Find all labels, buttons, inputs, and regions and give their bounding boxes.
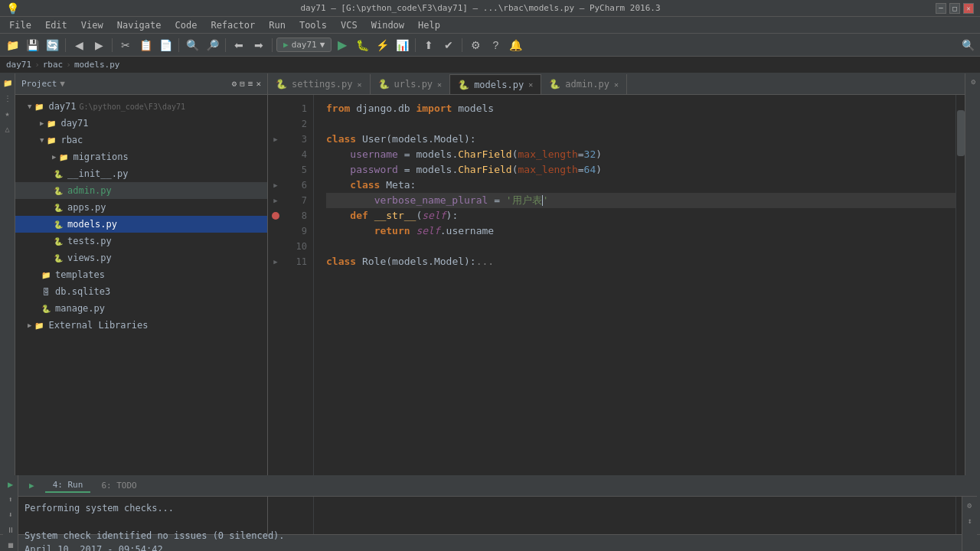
tree-models-py[interactable]: 🐍 models.py bbox=[15, 216, 267, 233]
vcs-update-btn[interactable]: ⬆ bbox=[420, 36, 438, 54]
update-btn[interactable]: 🔔 bbox=[506, 36, 524, 54]
menu-run[interactable]: Run bbox=[263, 18, 292, 32]
menu-file[interactable]: File bbox=[3, 18, 38, 32]
menu-window[interactable]: Window bbox=[365, 18, 410, 32]
project-settings-icon[interactable]: ≡ bbox=[248, 79, 253, 89]
code-line-10 bbox=[326, 239, 956, 254]
tree-tests-py[interactable]: 🐍 tests.py bbox=[15, 233, 267, 249]
back-btn[interactable]: ◀ bbox=[70, 36, 88, 54]
breadcrumb-root[interactable]: day71 bbox=[6, 60, 31, 70]
project-collapse-icon[interactable]: ⊟ bbox=[240, 79, 245, 89]
vcs-commit-btn[interactable]: ✔ bbox=[439, 36, 458, 54]
tree-day71-subfolder[interactable]: ▶ 📁 day71 bbox=[15, 115, 267, 132]
maximize-button[interactable]: □ bbox=[949, 3, 960, 14]
tree-db-sqlite3[interactable]: 🗄 db.sqlite3 bbox=[15, 283, 267, 300]
changes-icon[interactable]: △ bbox=[2, 122, 14, 135]
window-controls[interactable]: ─ □ ✕ bbox=[936, 3, 974, 14]
tab-admin[interactable]: 🐍 admin.py ✕ bbox=[541, 74, 627, 94]
close-button[interactable]: ✕ bbox=[963, 3, 974, 14]
prev-btn[interactable]: ⬅ bbox=[230, 36, 248, 54]
settings-btn[interactable]: ⚙ bbox=[466, 36, 485, 54]
tree-label-views: views.py bbox=[67, 253, 112, 263]
debug-btn[interactable]: 🐛 bbox=[353, 36, 371, 54]
breadcrumb-rbac[interactable]: rbac bbox=[43, 60, 64, 70]
search-btn[interactable]: 🔍 bbox=[183, 36, 201, 54]
menu-vcs[interactable]: VCS bbox=[335, 18, 364, 32]
models-tab-close[interactable]: ✕ bbox=[528, 80, 533, 89]
menu-navigate[interactable]: Navigate bbox=[111, 18, 168, 32]
fold-6[interactable]: ▶ bbox=[273, 181, 277, 189]
br-icon-2[interactable]: ↕ bbox=[964, 515, 976, 527]
br-icon-1[interactable]: ⚙ bbox=[964, 500, 976, 512]
tree-apps-py[interactable]: 🐍 apps.py bbox=[15, 199, 267, 216]
urls-tab-close[interactable]: ✕ bbox=[437, 80, 442, 89]
bottom-left-icon-3[interactable]: ⬇ bbox=[5, 509, 17, 521]
structure-icon[interactable]: ⋮ bbox=[2, 92, 14, 104]
menu-edit[interactable]: Edit bbox=[39, 18, 74, 32]
tree-external-libs[interactable]: ▶ 📁 External Libraries bbox=[15, 317, 267, 334]
minimize-button[interactable]: ─ bbox=[936, 3, 946, 14]
breadcrumb-models[interactable]: models.py bbox=[74, 60, 120, 70]
coverage-btn[interactable]: ⚡ bbox=[373, 36, 391, 54]
kw-def: def bbox=[350, 208, 368, 223]
favorites-icon[interactable]: ★ bbox=[2, 107, 14, 119]
tree-views-py[interactable]: 🐍 views.py bbox=[15, 249, 267, 266]
breakpoint-8[interactable] bbox=[272, 212, 279, 220]
bottom-tab-todo[interactable]: 6: TODO bbox=[93, 479, 144, 492]
menu-tools[interactable]: Tools bbox=[293, 18, 333, 32]
project-gear-icon[interactable]: ⚙ bbox=[232, 79, 237, 89]
num-32: 32 bbox=[584, 147, 596, 162]
bottom-left-icon-5[interactable]: ⏹ bbox=[5, 540, 17, 552]
menu-view[interactable]: View bbox=[75, 18, 109, 32]
tree-root-day71[interactable]: ▼ 📁 day71 G:\python_code\F3\day71 bbox=[15, 98, 267, 115]
bottom-left-icon-4[interactable]: ⏸ bbox=[5, 524, 17, 536]
editor-scrollbar[interactable] bbox=[956, 95, 965, 534]
run-config-label: day71 bbox=[292, 40, 317, 50]
tree-templates-folder[interactable]: 📁 templates bbox=[15, 266, 267, 283]
copy-btn[interactable]: 📋 bbox=[136, 36, 155, 54]
project-dropdown-arrow[interactable]: ▼ bbox=[60, 79, 65, 89]
save-btn[interactable]: 💾 bbox=[23, 36, 41, 54]
bottom-tab-run-icon[interactable]: ▶ bbox=[21, 479, 42, 492]
project-close-icon[interactable]: ✕ bbox=[256, 79, 261, 89]
run-btn[interactable]: ▶ bbox=[333, 36, 351, 54]
help-btn2[interactable]: ? bbox=[486, 36, 505, 54]
fold-3[interactable]: ▶ bbox=[273, 135, 277, 143]
bottom-left-icon-1[interactable]: ▶ bbox=[5, 478, 17, 491]
run-config-selector[interactable]: ▶ day71 ▼ bbox=[276, 37, 332, 52]
menu-refactor[interactable]: Refactor bbox=[204, 18, 261, 32]
project-view-btn[interactable]: 📁 bbox=[3, 36, 21, 54]
tab-models[interactable]: 🐍 models.py ✕ bbox=[450, 74, 541, 94]
tree-manage-py[interactable]: 🐍 manage.py bbox=[15, 300, 267, 317]
bottom-tab-4run[interactable]: 4: Run bbox=[45, 478, 91, 493]
paste-btn[interactable]: 📄 bbox=[156, 36, 175, 54]
cut-btn[interactable]: ✂ bbox=[116, 36, 135, 54]
menu-bar: File Edit View Navigate Code Refactor Ru… bbox=[0, 17, 980, 34]
project-icon[interactable]: 📁 bbox=[2, 77, 14, 89]
menu-code[interactable]: Code bbox=[169, 18, 204, 32]
tree-admin-py[interactable]: 🐍 admin.py bbox=[15, 182, 267, 199]
search2-btn[interactable]: 🔎 bbox=[203, 36, 221, 54]
forward-btn[interactable]: ▶ bbox=[90, 36, 108, 54]
fold-7[interactable]: ▶ bbox=[273, 197, 277, 204]
sync-btn[interactable]: 🔄 bbox=[43, 36, 61, 54]
tab-settings[interactable]: 🐍 settings.py ✕ bbox=[268, 74, 371, 94]
profile-btn[interactable]: 📊 bbox=[393, 36, 411, 54]
num-64: 64 bbox=[584, 162, 596, 178]
admin-tab-close[interactable]: ✕ bbox=[614, 80, 619, 89]
tab-urls[interactable]: 🐍 urls.py ✕ bbox=[371, 74, 451, 94]
menu-help[interactable]: Help bbox=[412, 18, 446, 32]
settings-tab-close[interactable]: ✕ bbox=[357, 80, 361, 89]
tree-migrations-folder[interactable]: ▶ 📁 migrations bbox=[15, 148, 267, 165]
next-btn[interactable]: ➡ bbox=[250, 36, 268, 54]
tree-init-py[interactable]: 🐍 __init__.py bbox=[15, 165, 267, 182]
bottom-left-icon-2[interactable]: ⬆ bbox=[5, 494, 17, 506]
line-num-11: 11 bbox=[283, 254, 307, 269]
search-everywhere-btn[interactable]: 🔍 bbox=[959, 36, 977, 54]
code-editor[interactable]: from django.db import models class User … bbox=[314, 95, 956, 534]
tree-rbac-folder[interactable]: ▼ 📁 rbac bbox=[15, 132, 267, 148]
models-py-icon: 🐍 bbox=[52, 218, 64, 230]
fold-11[interactable]: ▶ bbox=[273, 258, 277, 266]
right-icon-1[interactable]: ⚙ bbox=[967, 77, 979, 89]
field-username: username bbox=[350, 147, 398, 162]
